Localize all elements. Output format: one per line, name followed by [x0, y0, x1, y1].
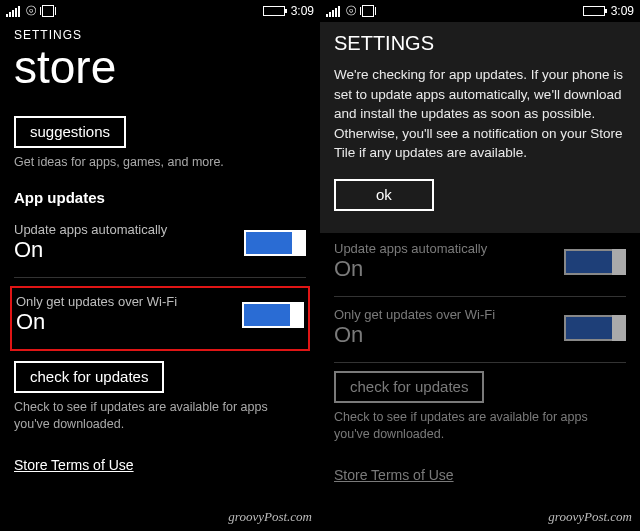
phone-right: ⦾ 3:09 SETTINGS We're checking for app u…: [320, 0, 640, 531]
divider: [14, 277, 306, 278]
dialog-body: We're checking for app updates. If your …: [334, 65, 626, 163]
section-app-updates: App updates: [14, 189, 306, 206]
setting-auto-update: Update apps automatically On: [14, 220, 306, 275]
toggle-wifi-only[interactable]: [242, 302, 304, 328]
setting-wifi-only: Only get updates over Wi-Fi On: [16, 292, 304, 347]
vibrate-icon: [362, 5, 374, 17]
status-bar: ⦾ 3:09: [0, 0, 320, 22]
toggle-wifi-only[interactable]: [564, 315, 626, 341]
clock: 3:09: [291, 4, 314, 18]
breadcrumb: SETTINGS: [14, 28, 306, 42]
toggle-auto-update[interactable]: [244, 230, 306, 256]
terms-link[interactable]: Store Terms of Use: [334, 467, 454, 483]
page-title: store: [14, 44, 306, 90]
watermark: groovyPost.com: [228, 509, 312, 525]
status-bar: ⦾ 3:09: [320, 0, 640, 22]
clock: 3:09: [611, 4, 634, 18]
watermark: groovyPost.com: [548, 509, 632, 525]
check-updates-button[interactable]: check for updates: [14, 361, 164, 393]
vibrate-icon: [42, 5, 54, 17]
suggestions-caption: Get ideas for apps, games, and more.: [14, 154, 306, 171]
setting-wifi-only: Only get updates over Wi-Fi On: [334, 305, 626, 360]
divider: [334, 296, 626, 297]
dialog-title: SETTINGS: [334, 32, 626, 55]
divider: [334, 362, 626, 363]
battery-icon: [583, 6, 605, 16]
setting-auto-update: Update apps automatically On: [334, 239, 626, 294]
wifi-icon: ⦾: [346, 3, 356, 19]
terms-link[interactable]: Store Terms of Use: [14, 457, 134, 473]
check-caption: Check to see if updates are available fo…: [334, 409, 626, 443]
ok-button[interactable]: ok: [334, 179, 434, 211]
check-caption: Check to see if updates are available fo…: [14, 399, 306, 433]
dimmed-content: Update apps automatically On Only get up…: [320, 233, 640, 494]
dialog-updates: SETTINGS We're checking for app updates.…: [320, 22, 640, 233]
signal-icon: [326, 5, 340, 17]
check-updates-button[interactable]: check for updates: [334, 371, 484, 403]
signal-icon: [6, 5, 20, 17]
battery-icon: [263, 6, 285, 16]
phone-left: ⦾ 3:09 SETTINGS store suggestions Get id…: [0, 0, 320, 531]
toggle-auto-update[interactable]: [564, 249, 626, 275]
wifi-icon: ⦾: [26, 3, 36, 19]
highlight-box: Only get updates over Wi-Fi On: [10, 286, 310, 351]
suggestions-button[interactable]: suggestions: [14, 116, 126, 148]
